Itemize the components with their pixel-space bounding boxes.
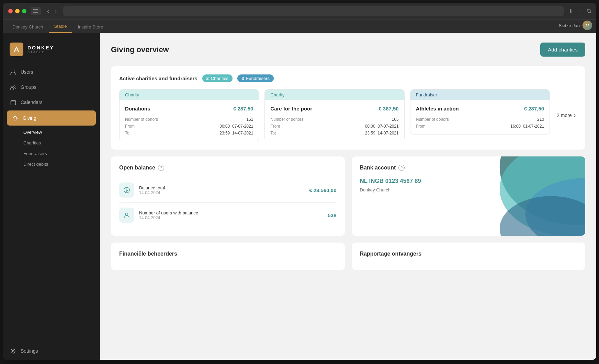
- subnav-direct-debits[interactable]: Direct debits: [19, 159, 100, 169]
- sidebar-item-users[interactable]: Users: [3, 64, 100, 80]
- close-button[interactable]: [8, 9, 13, 13]
- chevron-right-icon: ›: [574, 112, 576, 118]
- donors-row-1: Number of donors 151: [125, 117, 253, 122]
- card-type-fundraiser: Fundraiser: [410, 90, 550, 100]
- svg-rect-6: [11, 101, 15, 105]
- giving-icon: [12, 115, 19, 121]
- section-header: Active charities and fundraisers 2 Chari…: [119, 74, 577, 82]
- balance-total-value: € 23.560,00: [309, 187, 336, 193]
- sidebar-item-calendars[interactable]: Calendars: [3, 95, 100, 110]
- users-balance-label: Number of users with balance: [139, 210, 198, 215]
- svg-point-9: [126, 213, 128, 215]
- section-title: Active charities and fundraisers: [119, 75, 197, 81]
- rapportage-card: Rapportage ontvangers: [352, 243, 586, 270]
- card-amount-donations: € 287,50: [233, 106, 253, 111]
- svg-rect-0: [33, 9, 38, 10]
- more-button[interactable]: 2 more ›: [555, 109, 577, 121]
- users-balance-value: 538: [328, 212, 336, 218]
- charity-card-athletes[interactable]: Fundraiser Athletes in action € 287,50 N…: [410, 89, 550, 134]
- add-tab-icon[interactable]: +: [578, 8, 581, 14]
- balance-total-row: Balance total 14-04-2024 € 23.560,00: [119, 178, 337, 203]
- user-profile[interactable]: Sietze-Jan SJ: [559, 21, 592, 33]
- card-name-care: Care for the poor: [270, 106, 312, 111]
- svg-rect-2: [33, 12, 38, 13]
- financials-title: Financiële beheerders: [119, 251, 337, 257]
- forward-button[interactable]: ›: [53, 6, 59, 16]
- active-charities-section: Active charities and fundraisers 2 Chari…: [111, 66, 585, 150]
- logo-icon: [10, 43, 23, 56]
- card-type-charity-1: Charity: [120, 90, 259, 100]
- logo-subtitle: STABLE: [27, 50, 54, 54]
- calendars-icon: [10, 99, 16, 106]
- from-row-2: From 00:00 07-07-2021: [270, 124, 398, 129]
- tab-stable[interactable]: Stable: [49, 21, 72, 33]
- sidebar-groups-label: Groups: [21, 84, 36, 90]
- sidebar-item-giving[interactable]: Giving: [7, 110, 96, 126]
- tab-donkey-church[interactable]: Donkey Church: [7, 22, 49, 33]
- sidebar-users-label: Users: [21, 69, 33, 75]
- open-balance-card: Open balance ? Balance total 14-04-2024: [111, 156, 345, 236]
- donors-row-2: Number of donors 165: [270, 117, 398, 122]
- users-icon: [10, 69, 16, 75]
- back-button[interactable]: ‹: [45, 6, 51, 16]
- maximize-button[interactable]: [22, 9, 26, 13]
- nav-buttons: ‹ ›: [45, 6, 59, 16]
- charities-badge[interactable]: 2 Charities: [202, 74, 233, 82]
- card-amount-athletes: € 287,50: [524, 106, 544, 111]
- svg-point-5: [14, 86, 15, 87]
- sidebar-item-groups[interactable]: Groups: [3, 80, 100, 95]
- rapportage-title: Rapportage ontvangers: [360, 251, 577, 257]
- balance-total-date: 14-04-2024: [139, 190, 165, 195]
- sidebar-item-settings[interactable]: Settings: [3, 342, 100, 360]
- sidebar-giving-label: Giving: [23, 115, 36, 121]
- fundraisers-badge[interactable]: 3 Fundraisers: [237, 74, 274, 82]
- card-type-charity-2: Charity: [265, 90, 404, 100]
- page-title: Giving overview: [111, 45, 169, 54]
- charity-card-donations[interactable]: Charity Donations € 287,50 Number of don…: [119, 89, 259, 141]
- logo: DONKEY STABLE: [3, 33, 100, 63]
- svg-point-4: [11, 86, 13, 88]
- subnav-charities[interactable]: Charities: [19, 138, 100, 148]
- avatar: SJ: [583, 21, 592, 30]
- sidebar-toggle-icon[interactable]: [31, 7, 41, 15]
- balance-icon: [119, 183, 134, 198]
- from-row-1: From 00:00 07-07-2021: [125, 124, 253, 129]
- sidebar-calendars-label: Calendars: [21, 99, 43, 105]
- charity-card-care[interactable]: Charity Care for the poor € 387,50 Numbe…: [264, 89, 404, 141]
- financials-card: Financiële beheerders: [111, 243, 345, 270]
- open-balance-title: Open balance: [119, 165, 155, 171]
- bank-help-icon[interactable]: ?: [398, 165, 405, 171]
- minimize-button[interactable]: [15, 9, 20, 13]
- from-row-3: From 16:00 01-07-2021: [416, 124, 544, 129]
- tab-inspire-store[interactable]: Inspire Store: [72, 22, 109, 33]
- share-icon[interactable]: ⬆: [568, 8, 573, 14]
- page-header: Giving overview Add charities: [111, 43, 585, 57]
- balance-total-label: Balance total: [139, 185, 165, 190]
- subnav-fundraisers[interactable]: Fundraisers: [19, 148, 100, 159]
- to-row-1: To 23:59 14-07-2021: [125, 131, 253, 136]
- card-name-athletes: Athletes in action: [416, 106, 459, 111]
- groups-icon: [10, 84, 16, 91]
- tabs-icon[interactable]: ⧉: [587, 8, 591, 14]
- svg-point-7: [12, 350, 14, 352]
- subnav-overview[interactable]: Overview: [19, 127, 100, 138]
- users-balance-icon: [119, 208, 134, 223]
- bank-account-number: NL INGB 0123 4567 89: [360, 178, 577, 185]
- browser-actions: ⬆ + ⧉: [568, 8, 591, 14]
- users-balance-row: Number of users with balance 14-04-2024 …: [119, 203, 337, 227]
- to-row-2: Tot 23:59 14-07-2021: [270, 131, 398, 136]
- donors-row-3: Number of donors 210: [416, 117, 544, 122]
- users-balance-date: 14-04-2024: [139, 215, 198, 220]
- bank-account-card: Bank account ? NL INGB 0123 4567 89 Donk…: [352, 156, 586, 236]
- bank-account-name: Donkey Church: [360, 187, 577, 192]
- open-balance-help-icon[interactable]: ?: [158, 165, 164, 171]
- add-charities-button[interactable]: Add charities: [540, 43, 585, 57]
- card-name-donations: Donations: [125, 106, 150, 111]
- card-amount-care: € 387,50: [378, 106, 398, 111]
- bank-account-title: Bank account: [360, 165, 396, 171]
- url-bar[interactable]: [63, 6, 564, 16]
- svg-rect-1: [35, 11, 38, 11]
- settings-icon: [10, 348, 16, 354]
- logo-title: DONKEY: [27, 45, 54, 50]
